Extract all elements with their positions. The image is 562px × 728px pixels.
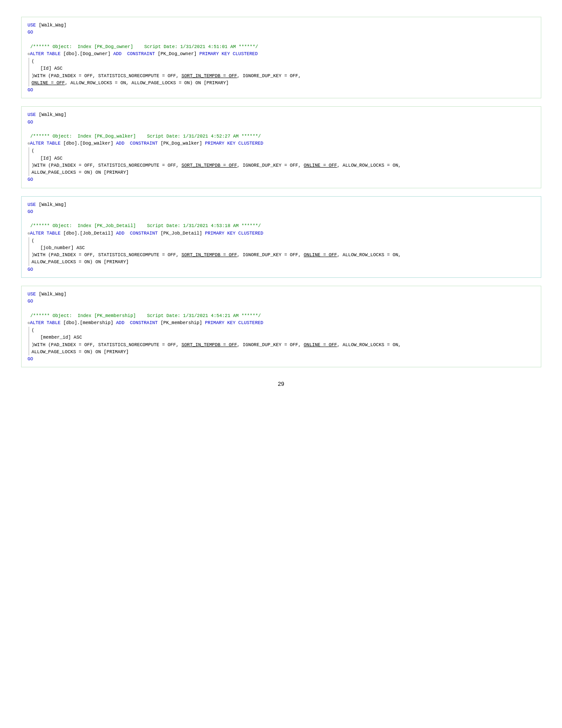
line-go2-2: GO bbox=[28, 176, 535, 183]
code-block-1: USE [Walk_Wag] GO /****** Object: Index … bbox=[21, 17, 541, 98]
line-comment-1: /****** Object: Index [PK_Dog_owner] Scr… bbox=[28, 43, 535, 50]
line-with-3: )WITH (PAD_INDEX = OFF, STATISTICS_NOREC… bbox=[32, 251, 535, 258]
line-comment-2: /****** Object: Index [PK_Dog_walker] Sc… bbox=[28, 133, 535, 140]
line-blank-4 bbox=[28, 305, 535, 312]
page-container: USE [Walk_Wag] GO /****** Object: Index … bbox=[0, 0, 562, 728]
line-with-1: )WITH (PAD_INDEX = OFF, STATISTICS_NOREC… bbox=[32, 72, 535, 79]
line-with-2: )WITH (PAD_INDEX = OFF, STATISTICS_NOREC… bbox=[32, 162, 535, 169]
line-alter-4: ⊝ALTER TABLE [dbo].[membership] ADD CONS… bbox=[28, 319, 535, 327]
line-allow-2: ALLOW_PAGE_LOCKS = ON) ON [PRIMARY] bbox=[32, 169, 535, 176]
line-allow-3: ALLOW_PAGE_LOCKS = ON) ON [PRIMARY] bbox=[32, 258, 535, 265]
line-with-4: )WITH (PAD_INDEX = OFF, STATISTICS_NOREC… bbox=[32, 341, 535, 348]
line-online-1: ONLINE = OFF, ALLOW_ROW_LOCKS = ON, ALLO… bbox=[32, 79, 535, 86]
line-go2-1: GO bbox=[28, 86, 535, 93]
line-use-2: USE [Walk_Wag] bbox=[28, 111, 535, 118]
line-blank-1 bbox=[28, 36, 535, 43]
line-go-2: GO bbox=[28, 119, 535, 126]
collapse-body-2: ( [Id] ASC )WITH (PAD_INDEX = OFF, STATI… bbox=[29, 147, 535, 176]
line-alter-3: ⊝ALTER TABLE [dbo].[Job_Detail] ADD CONS… bbox=[28, 230, 535, 237]
line-jobnum-3: [job_number] ASC bbox=[32, 244, 535, 251]
line-go-4: GO bbox=[28, 298, 535, 305]
collapse-body-4: ( [member_id] ASC )WITH (PAD_INDEX = OFF… bbox=[29, 327, 535, 355]
code-block-4: USE [Walk_Wag] GO /****** Object: Index … bbox=[21, 286, 541, 367]
line-paren-open-2: ( bbox=[32, 147, 535, 154]
collapse-body-1: ( [Id] ASC )WITH (PAD_INDEX = OFF, STATI… bbox=[29, 58, 535, 86]
line-allow-4: ALLOW_PAGE_LOCKS = ON) ON [PRIMARY] bbox=[32, 348, 535, 355]
line-id-1: [Id] ASC bbox=[32, 65, 535, 72]
collapse-body-3: ( [job_number] ASC )WITH (PAD_INDEX = OF… bbox=[29, 237, 535, 266]
line-go-1: GO bbox=[28, 29, 535, 36]
line-blank-3 bbox=[28, 215, 535, 222]
line-go2-4: GO bbox=[28, 355, 535, 362]
line-blank-2 bbox=[28, 126, 535, 133]
line-go2-3: GO bbox=[28, 266, 535, 273]
line-paren-open-1: ( bbox=[32, 58, 535, 65]
line-go-3: GO bbox=[28, 208, 535, 215]
line-use-4: USE [Walk_Wag] bbox=[28, 291, 535, 298]
code-block-2: USE [Walk_Wag] GO /****** Object: Index … bbox=[21, 106, 541, 188]
line-alter-2: ⊝ALTER TABLE [dbo].[Dog_walker] ADD CONS… bbox=[28, 140, 535, 147]
line-use-1: USE [Walk_Wag] bbox=[28, 22, 535, 29]
line-comment-4: /****** Object: Index [PK_membership] Sc… bbox=[28, 312, 535, 319]
line-id-2: [Id] ASC bbox=[32, 155, 535, 162]
code-block-3: USE [Walk_Wag] GO /****** Object: Index … bbox=[21, 196, 541, 278]
page-number: 29 bbox=[13, 381, 549, 387]
line-comment-3: /****** Object: Index [PK_Job_Detail] Sc… bbox=[28, 222, 535, 229]
line-use-3: USE [Walk_Wag] bbox=[28, 201, 535, 208]
line-alter-1: ⊝ALTER TABLE [dbo].[Dog_owner] ADD CONST… bbox=[28, 50, 535, 58]
line-memberid-4: [member_id] ASC bbox=[32, 334, 535, 341]
line-paren-open-3: ( bbox=[32, 237, 535, 244]
line-paren-open-4: ( bbox=[32, 327, 535, 334]
